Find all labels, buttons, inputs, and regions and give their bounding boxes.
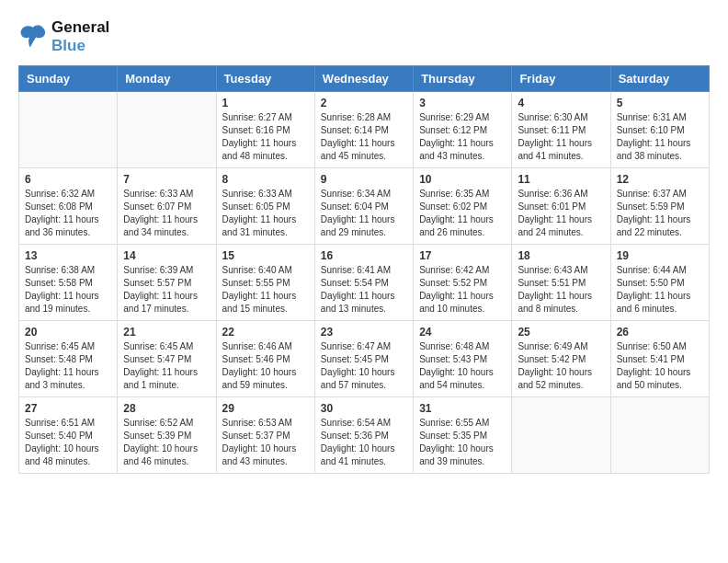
logo-text: General Blue — [51, 18, 109, 56]
calendar-cell: 22Sunrise: 6:46 AM Sunset: 5:46 PM Dayli… — [216, 320, 314, 396]
calendar-week-row: 13Sunrise: 6:38 AM Sunset: 5:58 PM Dayli… — [19, 244, 710, 320]
calendar-cell: 1Sunrise: 6:27 AM Sunset: 6:16 PM Daylig… — [216, 91, 314, 167]
calendar-cell: 30Sunrise: 6:54 AM Sunset: 5:36 PM Dayli… — [314, 396, 413, 473]
calendar-cell — [610, 396, 709, 473]
calendar-cell: 20Sunrise: 6:45 AM Sunset: 5:48 PM Dayli… — [19, 320, 118, 396]
day-number: 12 — [617, 173, 703, 186]
day-info: Sunrise: 6:51 AM Sunset: 5:40 PM Dayligh… — [25, 417, 111, 468]
day-number: 9 — [321, 173, 407, 186]
calendar-cell: 3Sunrise: 6:29 AM Sunset: 6:12 PM Daylig… — [414, 91, 512, 167]
calendar-week-row: 20Sunrise: 6:45 AM Sunset: 5:48 PM Dayli… — [19, 320, 710, 396]
day-info: Sunrise: 6:48 AM Sunset: 5:43 PM Dayligh… — [419, 340, 506, 392]
page-header: General Blue — [18, 18, 710, 56]
column-header-friday: Friday — [512, 65, 610, 91]
day-info: Sunrise: 6:33 AM Sunset: 6:05 PM Dayligh… — [222, 188, 309, 239]
day-number: 31 — [419, 402, 506, 415]
day-number: 4 — [518, 97, 604, 109]
day-number: 21 — [123, 326, 210, 339]
day-info: Sunrise: 6:45 AM Sunset: 5:48 PM Dayligh… — [25, 340, 111, 392]
calendar-cell: 19Sunrise: 6:44 AM Sunset: 5:50 PM Dayli… — [610, 244, 709, 320]
day-number: 19 — [617, 249, 703, 262]
day-info: Sunrise: 6:38 AM Sunset: 5:58 PM Dayligh… — [25, 264, 111, 316]
calendar-cell: 14Sunrise: 6:39 AM Sunset: 5:57 PM Dayli… — [118, 244, 216, 320]
calendar-cell: 13Sunrise: 6:38 AM Sunset: 5:58 PM Dayli… — [19, 244, 118, 320]
day-number: 8 — [222, 173, 309, 186]
calendar-cell: 17Sunrise: 6:42 AM Sunset: 5:52 PM Dayli… — [414, 244, 512, 320]
day-info: Sunrise: 6:49 AM Sunset: 5:42 PM Dayligh… — [518, 340, 604, 392]
day-number: 23 — [321, 326, 407, 339]
logo-bird-icon — [18, 24, 48, 50]
calendar-cell: 11Sunrise: 6:36 AM Sunset: 6:01 PM Dayli… — [512, 167, 610, 244]
calendar-cell: 23Sunrise: 6:47 AM Sunset: 5:45 PM Dayli… — [314, 320, 413, 396]
calendar-cell: 10Sunrise: 6:35 AM Sunset: 6:02 PM Dayli… — [414, 167, 512, 244]
day-number: 22 — [222, 326, 309, 339]
calendar-cell: 29Sunrise: 6:53 AM Sunset: 5:37 PM Dayli… — [216, 396, 314, 473]
column-header-sunday: Sunday — [19, 65, 118, 91]
day-number: 1 — [222, 97, 309, 109]
calendar-cell: 15Sunrise: 6:40 AM Sunset: 5:55 PM Dayli… — [216, 244, 314, 320]
day-info: Sunrise: 6:37 AM Sunset: 5:59 PM Dayligh… — [617, 188, 703, 239]
day-info: Sunrise: 6:36 AM Sunset: 6:01 PM Dayligh… — [518, 188, 604, 239]
day-number: 29 — [222, 402, 309, 415]
day-info: Sunrise: 6:41 AM Sunset: 5:54 PM Dayligh… — [321, 264, 407, 316]
calendar-cell: 2Sunrise: 6:28 AM Sunset: 6:14 PM Daylig… — [314, 91, 413, 167]
day-number: 26 — [617, 326, 703, 339]
calendar-cell — [19, 91, 118, 167]
calendar-cell: 27Sunrise: 6:51 AM Sunset: 5:40 PM Dayli… — [19, 396, 118, 473]
day-info: Sunrise: 6:30 AM Sunset: 6:11 PM Dayligh… — [518, 111, 604, 163]
day-info: Sunrise: 6:42 AM Sunset: 5:52 PM Dayligh… — [419, 264, 506, 316]
day-number: 2 — [321, 97, 407, 109]
day-number: 20 — [25, 326, 111, 339]
day-info: Sunrise: 6:39 AM Sunset: 5:57 PM Dayligh… — [123, 264, 210, 316]
column-header-thursday: Thursday — [414, 65, 512, 91]
day-number: 24 — [419, 326, 506, 339]
calendar-cell: 7Sunrise: 6:33 AM Sunset: 6:07 PM Daylig… — [118, 167, 216, 244]
day-info: Sunrise: 6:34 AM Sunset: 6:04 PM Dayligh… — [321, 188, 407, 239]
day-info: Sunrise: 6:45 AM Sunset: 5:47 PM Dayligh… — [123, 340, 210, 392]
day-number: 6 — [25, 173, 111, 186]
day-info: Sunrise: 6:50 AM Sunset: 5:41 PM Dayligh… — [617, 340, 703, 392]
day-number: 5 — [617, 97, 703, 109]
calendar-cell — [118, 91, 216, 167]
calendar-cell — [512, 396, 610, 473]
day-number: 15 — [222, 249, 309, 262]
day-number: 13 — [25, 249, 111, 262]
logo: General Blue — [18, 18, 109, 56]
calendar-cell: 12Sunrise: 6:37 AM Sunset: 5:59 PM Dayli… — [610, 167, 709, 244]
day-info: Sunrise: 6:47 AM Sunset: 5:45 PM Dayligh… — [321, 340, 407, 392]
day-info: Sunrise: 6:53 AM Sunset: 5:37 PM Dayligh… — [222, 417, 309, 468]
calendar-week-row: 6Sunrise: 6:32 AM Sunset: 6:08 PM Daylig… — [19, 167, 710, 244]
day-info: Sunrise: 6:32 AM Sunset: 6:08 PM Dayligh… — [25, 188, 111, 239]
calendar-cell: 4Sunrise: 6:30 AM Sunset: 6:11 PM Daylig… — [512, 91, 610, 167]
column-header-monday: Monday — [118, 65, 216, 91]
calendar-week-row: 1Sunrise: 6:27 AM Sunset: 6:16 PM Daylig… — [19, 91, 710, 167]
day-info: Sunrise: 6:29 AM Sunset: 6:12 PM Dayligh… — [419, 111, 506, 163]
day-info: Sunrise: 6:46 AM Sunset: 5:46 PM Dayligh… — [222, 340, 309, 392]
calendar-cell: 28Sunrise: 6:52 AM Sunset: 5:39 PM Dayli… — [118, 396, 216, 473]
column-header-wednesday: Wednesday — [314, 65, 413, 91]
day-info: Sunrise: 6:44 AM Sunset: 5:50 PM Dayligh… — [617, 264, 703, 316]
day-number: 11 — [518, 173, 604, 186]
calendar-cell: 21Sunrise: 6:45 AM Sunset: 5:47 PM Dayli… — [118, 320, 216, 396]
day-info: Sunrise: 6:40 AM Sunset: 5:55 PM Dayligh… — [222, 264, 309, 316]
day-info: Sunrise: 6:35 AM Sunset: 6:02 PM Dayligh… — [419, 188, 506, 239]
calendar-header-row: SundayMondayTuesdayWednesdayThursdayFrid… — [19, 65, 710, 91]
day-info: Sunrise: 6:31 AM Sunset: 6:10 PM Dayligh… — [617, 111, 703, 163]
day-info: Sunrise: 6:28 AM Sunset: 6:14 PM Dayligh… — [321, 111, 407, 163]
calendar-cell: 6Sunrise: 6:32 AM Sunset: 6:08 PM Daylig… — [19, 167, 118, 244]
day-number: 25 — [518, 326, 604, 339]
day-info: Sunrise: 6:33 AM Sunset: 6:07 PM Dayligh… — [123, 188, 210, 239]
calendar-cell: 26Sunrise: 6:50 AM Sunset: 5:41 PM Dayli… — [610, 320, 709, 396]
calendar-cell: 24Sunrise: 6:48 AM Sunset: 5:43 PM Dayli… — [414, 320, 512, 396]
day-info: Sunrise: 6:27 AM Sunset: 6:16 PM Dayligh… — [222, 111, 309, 163]
day-number: 18 — [518, 249, 604, 262]
day-number: 28 — [123, 402, 210, 415]
day-number: 3 — [419, 97, 506, 109]
calendar-week-row: 27Sunrise: 6:51 AM Sunset: 5:40 PM Dayli… — [19, 396, 710, 473]
day-number: 14 — [123, 249, 210, 262]
column-header-saturday: Saturday — [610, 65, 709, 91]
day-number: 27 — [25, 402, 111, 415]
column-header-tuesday: Tuesday — [216, 65, 314, 91]
day-number: 7 — [123, 173, 210, 186]
calendar-cell: 9Sunrise: 6:34 AM Sunset: 6:04 PM Daylig… — [314, 167, 413, 244]
